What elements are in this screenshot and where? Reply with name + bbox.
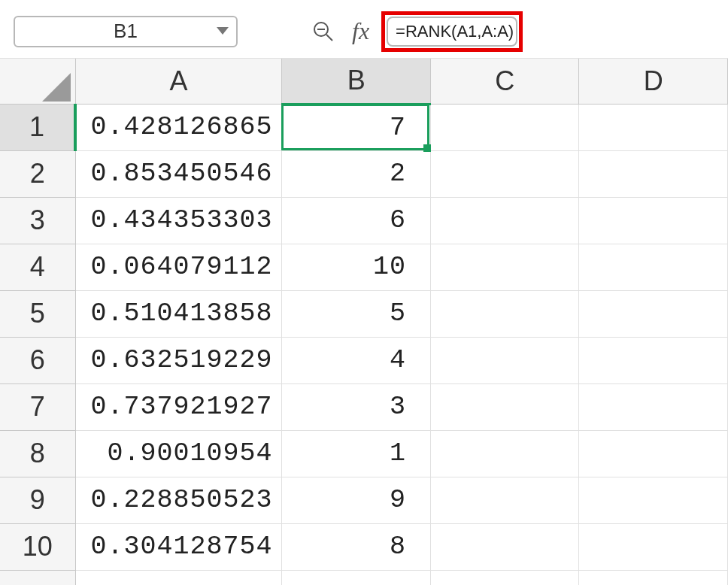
cell[interactable] <box>282 570 431 585</box>
svg-line-2 <box>326 35 332 41</box>
cell[interactable]: 0.737921927 <box>75 383 282 430</box>
table-row: 5 0.510413858 5 <box>0 290 728 337</box>
cell[interactable]: 0.510413858 <box>75 290 282 337</box>
select-all-corner[interactable] <box>0 59 75 104</box>
formula-bar[interactable]: =RANK(A1,A:A) <box>387 17 517 47</box>
formula-bar-value: =RANK(A1,A:A) <box>396 22 514 41</box>
cell[interactable] <box>430 197 579 244</box>
cell[interactable] <box>579 290 728 337</box>
cell[interactable]: 7 <box>282 104 431 150</box>
cell[interactable]: 6 <box>282 197 431 244</box>
cell[interactable] <box>579 244 728 290</box>
cell[interactable]: 0.304128754 <box>75 523 282 570</box>
cell[interactable]: 2 <box>282 150 431 197</box>
cell[interactable]: 0.228850523 <box>75 477 282 523</box>
column-header-b[interactable]: B <box>282 59 431 104</box>
toolbar: B1 fx =RANK(A1,A:A) <box>0 0 728 59</box>
cell[interactable] <box>430 337 579 383</box>
cell[interactable] <box>579 104 728 150</box>
cell[interactable]: 4 <box>282 337 431 383</box>
cell[interactable] <box>430 244 579 290</box>
column-header-d[interactable]: D <box>579 59 728 104</box>
table-row: 3 0.434353303 6 <box>0 197 728 244</box>
cell[interactable]: 0.428126865 <box>75 104 282 150</box>
fill-handle[interactable] <box>423 144 431 152</box>
cell[interactable]: 5 <box>282 290 431 337</box>
row-header[interactable]: 4 <box>0 244 75 290</box>
cell[interactable] <box>430 104 579 150</box>
dropdown-arrow-icon[interactable] <box>217 27 229 36</box>
zoom-out-icon[interactable] <box>310 18 337 45</box>
cell[interactable]: 10 <box>282 244 431 290</box>
row-header[interactable]: 10 <box>0 523 75 570</box>
row-header[interactable]: 1 <box>0 104 75 150</box>
svg-marker-0 <box>217 27 229 35</box>
cell[interactable]: 0.632519229 <box>75 337 282 383</box>
cell[interactable] <box>430 523 579 570</box>
cell[interactable] <box>430 570 579 585</box>
cell[interactable]: 0.853450546 <box>75 150 282 197</box>
table-row: 7 0.737921927 3 <box>0 383 728 430</box>
cell[interactable]: 1 <box>282 430 431 477</box>
column-header-c[interactable]: C <box>430 59 579 104</box>
table-row: 2 0.853450546 2 <box>0 150 728 197</box>
table-row: 1 0.428126865 7 <box>0 104 728 150</box>
row-header[interactable]: 2 <box>0 150 75 197</box>
spreadsheet-grid[interactable]: A B C D 1 0.428126865 7 2 0.853450546 2 <box>0 59 728 585</box>
cell[interactable] <box>579 197 728 244</box>
table-row: 4 0.064079112 10 <box>0 244 728 290</box>
cell[interactable] <box>579 570 728 585</box>
name-box-value: B1 <box>114 20 138 43</box>
cell[interactable]: 9 <box>282 477 431 523</box>
row-header[interactable]: 9 <box>0 477 75 523</box>
cell[interactable] <box>579 523 728 570</box>
formula-bar-highlight: =RANK(A1,A:A) <box>381 11 523 52</box>
cell[interactable] <box>579 383 728 430</box>
row-header[interactable]: 5 <box>0 290 75 337</box>
cell[interactable]: 8 <box>282 523 431 570</box>
cell[interactable] <box>430 150 579 197</box>
table-row: 10 0.304128754 8 <box>0 523 728 570</box>
row-header[interactable]: 3 <box>0 197 75 244</box>
cell[interactable] <box>579 430 728 477</box>
cell[interactable] <box>430 383 579 430</box>
name-box[interactable]: B1 <box>14 16 238 47</box>
column-header-a[interactable]: A <box>75 59 282 104</box>
cell[interactable] <box>430 430 579 477</box>
cell[interactable]: 0.434353303 <box>75 197 282 244</box>
cell[interactable] <box>75 570 282 585</box>
cell[interactable]: 0.90010954 <box>75 430 282 477</box>
cell[interactable]: 3 <box>282 383 431 430</box>
table-row: 6 0.632519229 4 <box>0 337 728 383</box>
table-row: 9 0.228850523 9 <box>0 477 728 523</box>
table-row: 8 0.90010954 1 <box>0 430 728 477</box>
cell[interactable] <box>579 150 728 197</box>
cell[interactable] <box>579 477 728 523</box>
cell[interactable]: 0.064079112 <box>75 244 282 290</box>
row-header[interactable]: 8 <box>0 430 75 477</box>
row-header[interactable]: 7 <box>0 383 75 430</box>
cell[interactable] <box>579 337 728 383</box>
table-row <box>0 570 728 585</box>
fx-label: fx <box>352 17 369 45</box>
row-header[interactable]: 6 <box>0 337 75 383</box>
cell[interactable] <box>430 290 579 337</box>
cell[interactable] <box>430 477 579 523</box>
row-header[interactable] <box>0 570 75 585</box>
